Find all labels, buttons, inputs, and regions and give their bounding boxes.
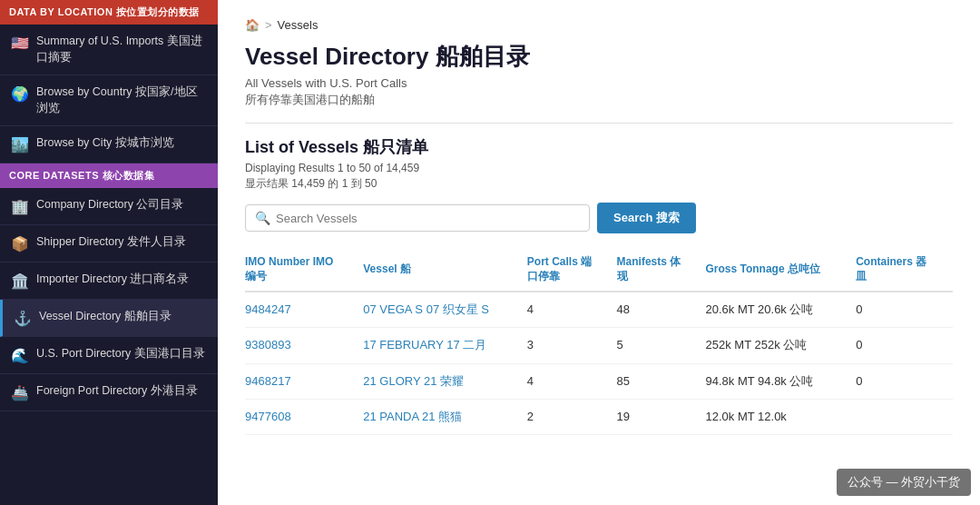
cell-port-calls: 2 (527, 399, 617, 434)
imo-link[interactable]: 9484247 (245, 302, 291, 316)
cell-manifests: 85 (617, 363, 706, 399)
cell-gross-tonnage: 20.6k MT 20.6k 公吨 (706, 292, 857, 328)
vessel-icon: ⚓ (14, 310, 32, 327)
globe-icon: 🌍 (11, 85, 29, 103)
shipper-icon: 📦 (11, 235, 29, 252)
cell-vessel: 21 PANDA 21 熊猫 (363, 399, 527, 434)
cell-port-calls: 4 (527, 363, 617, 399)
breadcrumb-separator: > (265, 18, 272, 32)
sidebar-item-label: Foreign Port Directory 外港目录 (36, 383, 198, 400)
cell-gross-tonnage: 252k MT 252k 公吨 (706, 328, 857, 363)
list-display-cn: 显示结果 14,459 的 1 到 50 (245, 176, 953, 192)
cell-port-calls: 4 (527, 292, 617, 328)
cell-containers: 0 (856, 363, 953, 399)
vessel-link[interactable]: 07 VEGA S 07 织女星 S (363, 302, 489, 316)
sidebar-item-foreign-port[interactable]: 🚢 Foreign Port Directory 外港目录 (0, 374, 218, 411)
sidebar-item-summary[interactable]: 🇺🇸 Summary of U.S. Imports 美国进口摘要 (0, 25, 218, 75)
search-bar: 🔍 Search 搜索 (245, 203, 953, 233)
page-title: Vessel Directory 船舶目录 (245, 41, 953, 73)
cell-imo: 9477608 (245, 399, 363, 434)
us-flag-icon: 🇺🇸 (11, 35, 29, 52)
sidebar-section-header-2: CORE DATASETS 核心数据集 (0, 163, 218, 188)
list-display-en: Displaying Results 1 to 50 of 14,459 (245, 162, 953, 174)
cell-imo: 9484247 (245, 292, 363, 328)
cell-gross-tonnage: 94.8k MT 94.8k 公吨 (706, 363, 857, 399)
sidebar-section-header-1: DATA BY LOCATION 按位置划分的数据 (0, 0, 218, 25)
sidebar-item-company[interactable]: 🏢 Company Directory 公司目录 (0, 188, 218, 225)
breadcrumb-current: Vessels (278, 18, 318, 32)
home-icon[interactable]: 🏠 (245, 18, 260, 32)
sidebar-item-label: Shipper Directory 发件人目录 (36, 234, 186, 251)
cell-vessel: 17 FEBRUARY 17 二月 (363, 328, 527, 363)
sidebar-item-country[interactable]: 🌍 Browse by Country 按国家/地区浏览 (0, 75, 218, 126)
sidebar-item-label: Browse by Country 按国家/地区浏览 (36, 84, 207, 116)
col-header-containers: Containers 器 皿 (856, 248, 953, 292)
list-header: List of Vessels 船只清单 Displaying Results … (245, 123, 953, 192)
page-subtitle-en: All Vessels with U.S. Port Calls (245, 76, 953, 90)
sidebar-item-label: U.S. Port Directory 美国港口目录 (36, 346, 205, 362)
sidebar: DATA BY LOCATION 按位置划分的数据 🇺🇸 Summary of … (0, 0, 218, 505)
col-header-manifests: Manifests 体 现 (617, 248, 706, 292)
sidebar-item-importer[interactable]: 🏛️ Importer Directory 进口商名录 (0, 262, 218, 300)
cell-manifests: 5 (617, 328, 706, 363)
sidebar-item-label: Vessel Directory 船舶目录 (39, 309, 172, 325)
vessels-table: IMO Number IMO 编号 Vessel 船 Port Calls 端 … (245, 248, 953, 435)
search-button[interactable]: Search 搜索 (597, 203, 696, 233)
sidebar-item-city[interactable]: 🏙️ Browse by City 按城市浏览 (0, 126, 218, 163)
cell-imo: 9468217 (245, 363, 363, 399)
list-title: List of Vessels 船只清单 (245, 136, 953, 158)
sidebar-item-label: Browse by City 按城市浏览 (36, 135, 174, 152)
sidebar-item-label: Importer Directory 进口商名录 (36, 272, 190, 288)
city-icon: 🏙️ (11, 136, 29, 153)
cell-gross-tonnage: 12.0k MT 12.0k (706, 399, 857, 434)
cell-vessel: 07 VEGA S 07 织女星 S (363, 292, 527, 328)
sidebar-item-shipper[interactable]: 📦 Shipper Directory 发件人目录 (0, 225, 218, 262)
table-row: 9477608 21 PANDA 21 熊猫 2 19 12.0k MT 12.… (245, 399, 953, 434)
watermark-text: 公众号 — 外贸小干货 (848, 474, 960, 490)
col-header-gross-tonnage: Gross Tonnage 总吨位 (706, 248, 857, 292)
main-content: 🏠 > Vessels Vessel Directory 船舶目录 All Ve… (218, 0, 980, 505)
page-subtitle-cn: 所有停靠美国港口的船舶 (245, 92, 953, 108)
search-icon: 🔍 (255, 211, 270, 225)
port-icon: 🌊 (11, 347, 29, 364)
col-header-imo: IMO Number IMO 编号 (245, 248, 363, 292)
company-icon: 🏢 (11, 198, 29, 215)
col-header-vessel: Vessel 船 (363, 248, 527, 292)
watermark: 公众号 — 外贸小干货 (837, 469, 971, 496)
table-header-row: IMO Number IMO 编号 Vessel 船 Port Calls 端 … (245, 248, 953, 292)
vessel-link[interactable]: 21 PANDA 21 熊猫 (363, 410, 462, 423)
cell-vessel: 21 GLORY 21 荣耀 (363, 363, 527, 399)
table-row: 9380893 17 FEBRUARY 17 二月 3 5 252k MT 25… (245, 328, 953, 363)
imo-link[interactable]: 9468217 (245, 374, 291, 388)
vessel-link[interactable]: 17 FEBRUARY 17 二月 (363, 338, 486, 352)
cell-containers (856, 399, 953, 434)
cell-manifests: 19 (617, 399, 706, 434)
cell-containers: 0 (856, 328, 953, 363)
col-header-port-calls: Port Calls 端 口停靠 (527, 248, 617, 292)
vessel-link[interactable]: 21 GLORY 21 荣耀 (363, 374, 464, 388)
importer-icon: 🏛️ (11, 272, 29, 290)
sidebar-item-vessel[interactable]: ⚓ Vessel Directory 船舶目录 (0, 300, 218, 337)
imo-link[interactable]: 9380893 (245, 338, 291, 352)
search-input-wrapper: 🔍 (245, 204, 590, 232)
search-input[interactable] (276, 212, 580, 225)
foreign-port-icon: 🚢 (11, 384, 29, 401)
cell-manifests: 48 (617, 292, 706, 328)
table-row: 9468217 21 GLORY 21 荣耀 4 85 94.8k MT 94.… (245, 363, 953, 399)
cell-imo: 9380893 (245, 328, 363, 363)
imo-link[interactable]: 9477608 (245, 410, 291, 423)
breadcrumb: 🏠 > Vessels (245, 18, 953, 32)
cell-containers: 0 (856, 292, 953, 328)
sidebar-item-us-port[interactable]: 🌊 U.S. Port Directory 美国港口目录 (0, 337, 218, 374)
table-row: 9484247 07 VEGA S 07 织女星 S 4 48 20.6k MT… (245, 292, 953, 328)
sidebar-item-label: Summary of U.S. Imports 美国进口摘要 (36, 34, 207, 65)
sidebar-item-label: Company Directory 公司目录 (36, 197, 183, 213)
cell-port-calls: 3 (527, 328, 617, 363)
